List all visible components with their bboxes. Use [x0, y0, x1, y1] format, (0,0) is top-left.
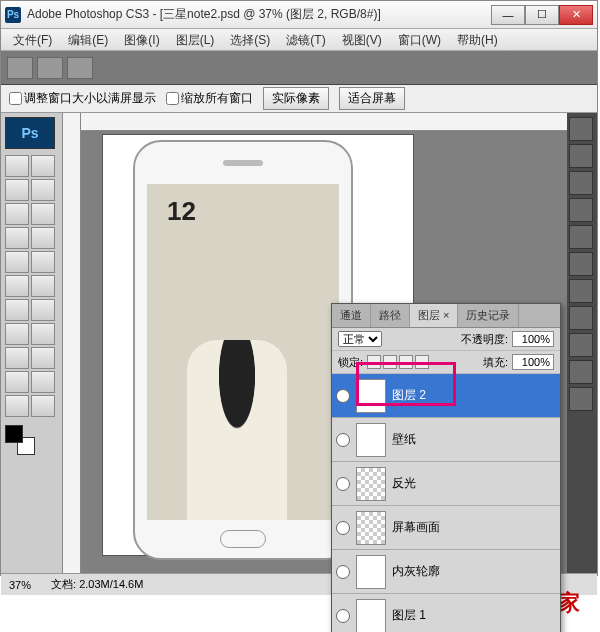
wallpaper-figure — [187, 340, 287, 520]
paths-icon[interactable] — [569, 387, 593, 411]
visibility-icon[interactable] — [336, 565, 350, 579]
layer-name: 图层 1 — [392, 607, 426, 624]
fill-label: 填充: — [483, 355, 508, 370]
layer-row[interactable]: 壁纸 — [332, 418, 560, 462]
eyedropper-tool[interactable] — [31, 371, 55, 393]
menu-select[interactable]: 选择(S) — [222, 29, 278, 50]
lock-all-icon[interactable] — [415, 355, 429, 369]
hand-tool[interactable] — [5, 395, 29, 417]
layers-icon[interactable] — [569, 333, 593, 357]
actions-icon[interactable] — [569, 252, 593, 276]
history-brush-tool[interactable] — [31, 251, 55, 273]
visibility-icon[interactable] — [336, 521, 350, 535]
color-swatches[interactable] — [5, 425, 35, 455]
zoom-in-icon[interactable] — [37, 57, 63, 79]
menu-file[interactable]: 文件(F) — [5, 29, 60, 50]
gradient-tool[interactable] — [31, 275, 55, 297]
tab-paths[interactable]: 路径 — [371, 304, 410, 327]
layer-row[interactable]: 图层 1 — [332, 594, 560, 632]
zoom-level[interactable]: 37% — [9, 579, 31, 591]
wand-tool[interactable] — [31, 179, 55, 201]
phone-speaker — [223, 160, 263, 166]
menu-layer[interactable]: 图层(L) — [168, 29, 223, 50]
channels-icon[interactable] — [569, 360, 593, 384]
color-icon[interactable] — [569, 144, 593, 168]
layer-row[interactable]: 图层 2 — [332, 374, 560, 418]
foreground-color[interactable] — [5, 425, 23, 443]
ruler-horizontal — [81, 113, 567, 131]
layer-thumbnail[interactable] — [356, 379, 386, 413]
blur-tool[interactable] — [5, 299, 29, 321]
styles-icon[interactable] — [569, 198, 593, 222]
window-title: Adobe Photoshop CS3 - [三星note2.psd @ 37%… — [27, 6, 491, 23]
layer-thumbnail[interactable] — [356, 511, 386, 545]
slice-tool[interactable] — [31, 203, 55, 225]
menu-filter[interactable]: 滤镜(T) — [278, 29, 333, 50]
zoom-out-icon[interactable] — [67, 57, 93, 79]
fill-input[interactable]: 100% — [512, 354, 554, 370]
clock-text: 12 — [167, 196, 196, 227]
dodge-tool[interactable] — [31, 299, 55, 321]
actual-pixels-button[interactable]: 实际像素 — [263, 87, 329, 110]
lasso-tool[interactable] — [5, 179, 29, 201]
lock-label: 锁定: — [338, 355, 363, 370]
marquee-tool[interactable] — [31, 155, 55, 177]
layer-thumbnail[interactable] — [356, 599, 386, 633]
phone-mockup: 12 — [133, 140, 353, 560]
home-button — [220, 530, 266, 548]
layer-row[interactable]: 内灰轮廓 — [332, 550, 560, 594]
visibility-icon[interactable] — [336, 433, 350, 447]
visibility-icon[interactable] — [336, 389, 350, 403]
notes-tool[interactable] — [5, 371, 29, 393]
lock-position-icon[interactable] — [399, 355, 413, 369]
minimize-button[interactable]: — — [491, 5, 525, 25]
swatches-icon[interactable] — [569, 171, 593, 195]
titlebar: Ps Adobe Photoshop CS3 - [三星note2.psd @ … — [1, 1, 597, 29]
pen-tool[interactable] — [5, 323, 29, 345]
ruler-vertical — [63, 113, 81, 573]
tab-history[interactable]: 历史记录 — [458, 304, 519, 327]
menu-edit[interactable]: 编辑(E) — [60, 29, 116, 50]
layer-name: 图层 2 — [392, 387, 426, 404]
layer-row[interactable]: 屏幕画面 — [332, 506, 560, 550]
blend-mode-select[interactable]: 正常 — [338, 331, 382, 347]
crop-tool[interactable] — [5, 203, 29, 225]
heal-tool[interactable] — [5, 227, 29, 249]
eraser-tool[interactable] — [5, 275, 29, 297]
move-tool[interactable] — [5, 155, 29, 177]
path-tool[interactable] — [5, 347, 29, 369]
zoom-all-checkbox[interactable]: 缩放所有窗口 — [166, 90, 253, 107]
tab-layers[interactable]: 图层 × — [410, 304, 458, 327]
layers-panel: 通道 路径 图层 × 历史记录 正常 不透明度: 100% 锁定: — [331, 303, 561, 632]
close-button[interactable]: ✕ — [559, 5, 593, 25]
history-icon[interactable] — [569, 225, 593, 249]
stamp-tool[interactable] — [5, 251, 29, 273]
maximize-button[interactable]: ☐ — [525, 5, 559, 25]
navigator-icon[interactable] — [569, 117, 593, 141]
zoom-tool[interactable] — [31, 395, 55, 417]
paragraph-icon[interactable] — [569, 306, 593, 330]
zoom-tool-icon[interactable] — [7, 57, 33, 79]
tab-channels[interactable]: 通道 — [332, 304, 371, 327]
shape-tool[interactable] — [31, 347, 55, 369]
character-icon[interactable] — [569, 279, 593, 303]
layer-name: 反光 — [392, 475, 416, 492]
lock-transparency-icon[interactable] — [367, 355, 381, 369]
layer-thumbnail[interactable] — [356, 467, 386, 501]
brush-tool[interactable] — [31, 227, 55, 249]
type-tool[interactable] — [31, 323, 55, 345]
resize-window-checkbox[interactable]: 调整窗口大小以满屏显示 — [9, 90, 156, 107]
lock-paint-icon[interactable] — [383, 355, 397, 369]
visibility-icon[interactable] — [336, 477, 350, 491]
menu-view[interactable]: 视图(V) — [334, 29, 390, 50]
layer-row[interactable]: 反光 — [332, 462, 560, 506]
menu-help[interactable]: 帮助(H) — [449, 29, 506, 50]
opacity-input[interactable]: 100% — [512, 331, 554, 347]
visibility-icon[interactable] — [336, 609, 350, 623]
layer-thumbnail[interactable] — [356, 423, 386, 457]
layer-thumbnail[interactable] — [356, 555, 386, 589]
toolbox: Ps — [1, 113, 63, 573]
fit-screen-button[interactable]: 适合屏幕 — [339, 87, 405, 110]
menu-image[interactable]: 图像(I) — [116, 29, 167, 50]
menu-window[interactable]: 窗口(W) — [390, 29, 449, 50]
